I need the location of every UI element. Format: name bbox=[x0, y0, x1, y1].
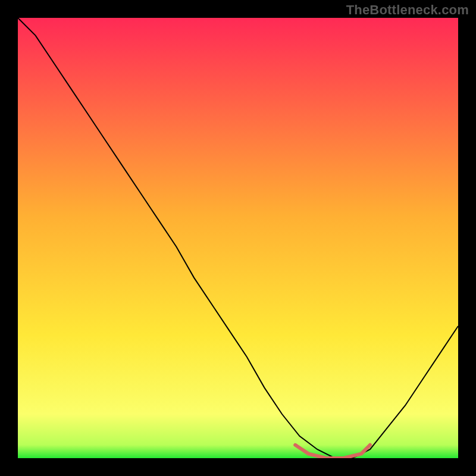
chart-svg bbox=[18, 18, 458, 458]
gradient-background bbox=[18, 18, 458, 458]
plot-area bbox=[18, 18, 458, 458]
chart-frame: TheBottleneck.com bbox=[0, 0, 476, 476]
watermark-text: TheBottleneck.com bbox=[346, 2, 469, 18]
